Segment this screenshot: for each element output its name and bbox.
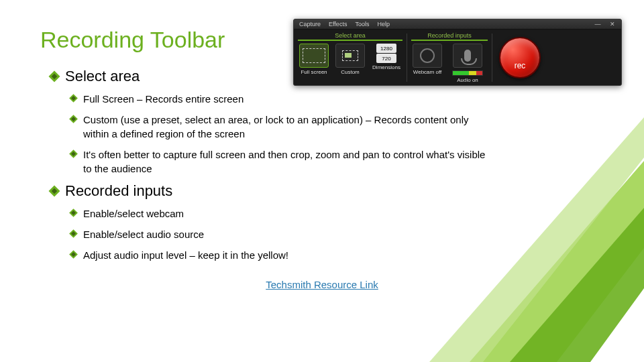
bullet-text: Full Screen – Records entire screen	[83, 92, 244, 106]
recorder-toolbar-window: Capture Effects Tools Help — ✕ Select ar…	[293, 19, 622, 86]
menu-tools[interactable]: Tools	[355, 21, 369, 27]
bullet-level: Adjust audio input level – keep it in th…	[70, 248, 486, 262]
bullet-custom: Custom (use a preset, select an area, or…	[70, 113, 486, 141]
close-icon[interactable]: ✕	[609, 21, 616, 27]
menu-capture[interactable]: Capture	[299, 21, 321, 27]
fullscreen-icon	[303, 48, 325, 63]
section-heading-text: Recorded inputs	[65, 182, 172, 200]
divider	[492, 34, 492, 82]
group-select-area: Select area Full screen Custom 1280 720 …	[294, 29, 407, 86]
field-dimensions[interactable]: 1280 720 Dimensions	[370, 44, 402, 70]
btn-fullscreen[interactable]: Full screen	[298, 44, 330, 75]
btn-custom[interactable]: Custom	[334, 44, 366, 75]
diamond-bullet-icon	[69, 208, 78, 217]
group-recorded-inputs: Recorded inputs Webcam off Audio on	[407, 29, 492, 86]
resource-link[interactable]: Techsmith Resource Link	[40, 279, 604, 290]
section-recorded-inputs-heading: Recorded inputs	[50, 182, 604, 200]
diamond-bullet-icon	[69, 149, 78, 158]
record-label: rec	[515, 61, 526, 70]
bullet-text: Enable/select audio source	[83, 227, 204, 241]
bullet-text: Custom (use a preset, select an area, or…	[83, 113, 486, 141]
bullet-webcam: Enable/select webcam	[70, 206, 486, 221]
btn-webcam[interactable]: Webcam off	[411, 44, 443, 75]
diamond-bullet-icon	[49, 71, 60, 82]
menu-effects[interactable]: Effects	[329, 21, 347, 27]
bullet-audio: Enable/select audio source	[70, 227, 486, 241]
bullet-text: Adjust audio input level – keep it in th…	[83, 248, 288, 262]
diamond-bullet-icon	[49, 186, 60, 197]
bullet-tip: It's often better to capture full screen…	[70, 147, 486, 176]
audio-level-meter	[452, 70, 483, 76]
bullet-text: It's often better to capture full screen…	[83, 147, 486, 176]
microphone-icon	[464, 50, 471, 62]
diamond-bullet-icon	[69, 229, 78, 238]
menubar: Capture Effects Tools Help — ✕	[294, 19, 621, 29]
group-title: Recorded inputs	[411, 32, 488, 41]
diamond-bullet-icon	[69, 115, 78, 123]
dim-width[interactable]: 1280	[376, 44, 396, 53]
group-title: Select area	[298, 32, 402, 41]
minimize-icon[interactable]: —	[594, 21, 601, 27]
btn-audio[interactable]: Audio on	[447, 44, 488, 83]
diamond-bullet-icon	[69, 94, 78, 103]
diamond-bullet-icon	[69, 250, 78, 259]
menu-help[interactable]: Help	[377, 21, 390, 27]
record-button[interactable]: rec	[499, 37, 541, 78]
dim-height[interactable]: 720	[376, 54, 396, 63]
custom-area-icon	[342, 50, 358, 61]
bullet-fullscreen: Full Screen – Records entire screen	[70, 92, 486, 106]
bullet-text: Enable/select webcam	[83, 206, 184, 221]
webcam-icon	[420, 48, 435, 63]
section-heading-text: Select area	[65, 68, 140, 85]
